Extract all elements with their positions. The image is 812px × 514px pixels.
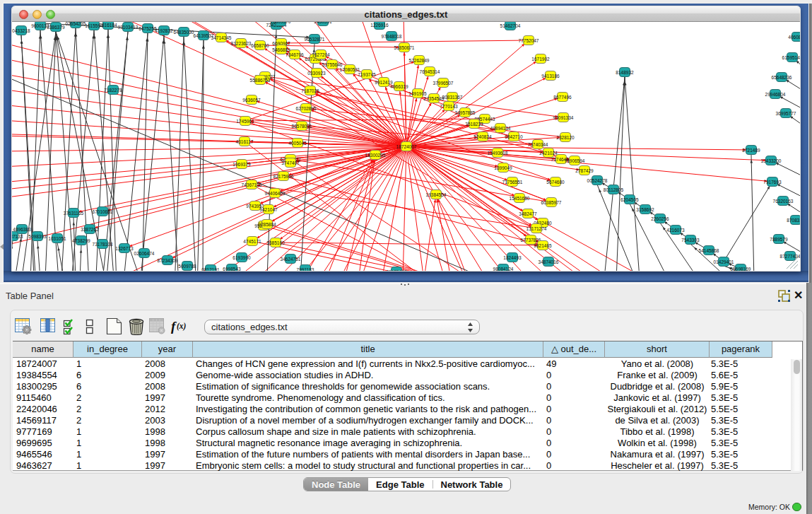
svg-text:34957885: 34957885 xyxy=(455,110,476,115)
svg-text:2328120: 2328120 xyxy=(556,135,575,140)
svg-text:55886753: 55886753 xyxy=(250,78,271,83)
svg-text:00524278: 00524278 xyxy=(587,178,608,183)
svg-text:34714345: 34714345 xyxy=(211,35,232,40)
svg-text:4896383: 4896383 xyxy=(13,227,31,232)
svg-text:9413186: 9413186 xyxy=(541,74,560,78)
svg-text:77752047: 77752047 xyxy=(519,38,539,43)
svg-text:80831367: 80831367 xyxy=(442,95,463,100)
svg-text:27354549: 27354549 xyxy=(424,96,445,101)
svg-text:7816184: 7816184 xyxy=(99,23,117,28)
svg-text:53755646: 53755646 xyxy=(322,62,343,67)
svg-text:3158692: 3158692 xyxy=(636,207,654,212)
svg-text:87234309: 87234309 xyxy=(158,258,178,263)
svg-text:7187026: 7187026 xyxy=(301,88,319,93)
svg-text:f: f xyxy=(171,319,177,334)
svg-text:0433218: 0433218 xyxy=(12,28,30,33)
svg-text:65787133: 65787133 xyxy=(12,234,23,239)
svg-text:76945314: 76945314 xyxy=(420,69,440,74)
svg-text:3685160: 3685160 xyxy=(266,240,285,245)
svg-text:4316117: 4316117 xyxy=(236,139,254,144)
svg-text:73178108: 73178108 xyxy=(93,242,113,247)
svg-text:1969379: 1969379 xyxy=(233,162,251,167)
svg-text:4216073: 4216073 xyxy=(666,228,685,233)
svg-text:8386379: 8386379 xyxy=(47,25,65,30)
svg-text:60385977: 60385977 xyxy=(541,200,562,205)
svg-text:1326773: 1326773 xyxy=(115,246,134,251)
svg-text:0330923: 0330923 xyxy=(307,71,326,76)
svg-text:15451680: 15451680 xyxy=(510,196,530,201)
svg-text:29946804: 29946804 xyxy=(765,92,786,97)
svg-text:61595148: 61595148 xyxy=(782,55,800,60)
svg-text:6658760: 6658760 xyxy=(251,43,269,48)
svg-text:7543303: 7543303 xyxy=(681,238,700,243)
svg-text:02654235: 02654235 xyxy=(66,22,86,26)
svg-text:9421047: 9421047 xyxy=(259,207,278,212)
svg-text:4738299: 4738299 xyxy=(72,238,90,243)
svg-text:5098393: 5098393 xyxy=(28,234,47,239)
svg-text:37996507: 37996507 xyxy=(433,81,454,86)
svg-text:7346706: 7346706 xyxy=(286,52,304,57)
svg-text:5240824: 5240824 xyxy=(473,134,492,139)
svg-text:1491905: 1491905 xyxy=(408,91,427,96)
svg-text:02606474: 02606474 xyxy=(134,251,155,256)
svg-text:82175946: 82175946 xyxy=(273,174,294,179)
svg-text:5009788: 5009788 xyxy=(178,264,196,269)
svg-text:18724007: 18724007 xyxy=(396,144,417,149)
svg-text:62702895: 62702895 xyxy=(296,106,317,111)
svg-text:57262849: 57262849 xyxy=(409,58,430,63)
svg-text:3285884: 3285884 xyxy=(258,222,276,227)
svg-text:96532871: 96532871 xyxy=(305,37,325,42)
svg-text:1824493: 1824493 xyxy=(503,255,522,260)
svg-text:1745961: 1745961 xyxy=(236,119,254,124)
svg-text:25135427: 25135427 xyxy=(387,269,407,271)
svg-text:34874016: 34874016 xyxy=(539,259,559,264)
svg-text:13171274: 13171274 xyxy=(526,226,547,231)
svg-text:6204505: 6204505 xyxy=(620,197,639,202)
svg-text:6475255: 6475255 xyxy=(139,26,157,31)
svg-text:71756551: 71756551 xyxy=(502,180,523,185)
svg-text:4966319: 4966319 xyxy=(390,84,408,89)
svg-text:3482477: 3482477 xyxy=(519,211,537,216)
svg-text:1627204: 1627204 xyxy=(312,52,330,57)
svg-text:9636057: 9636057 xyxy=(242,98,261,103)
svg-text:7770143: 7770143 xyxy=(440,104,458,109)
svg-text:17080531: 17080531 xyxy=(340,67,360,72)
svg-text:2421024: 2421024 xyxy=(539,151,558,156)
svg-text:65648236: 65648236 xyxy=(772,75,792,80)
svg-text:1226916: 1226916 xyxy=(370,23,389,28)
svg-text:4060883: 4060883 xyxy=(788,35,800,40)
svg-text:67010651: 67010651 xyxy=(93,209,113,214)
svg-text:54145868: 54145868 xyxy=(699,248,719,253)
svg-text:13433200: 13433200 xyxy=(761,158,782,163)
svg-text:99091334: 99091334 xyxy=(553,115,574,120)
svg-text:4005045: 4005045 xyxy=(288,141,307,146)
svg-text:97848018: 97848018 xyxy=(382,34,402,39)
svg-text:18300295: 18300295 xyxy=(365,153,386,158)
svg-text:1671902: 1671902 xyxy=(531,57,550,62)
svg-text:2787429: 2787429 xyxy=(575,168,594,173)
svg-text:3747407: 3747407 xyxy=(281,160,300,165)
svg-text:94406409: 94406409 xyxy=(265,191,286,196)
svg-text:8677496: 8677496 xyxy=(553,95,572,100)
svg-text:01429401: 01429401 xyxy=(714,259,734,264)
svg-text:8148932: 8148932 xyxy=(616,70,634,75)
svg-text:1399049: 1399049 xyxy=(494,165,512,170)
svg-text:71906594: 71906594 xyxy=(565,158,585,163)
svg-text:7917693: 7917693 xyxy=(763,180,782,185)
svg-text:80112805: 80112805 xyxy=(604,187,624,192)
svg-text:86578091: 86578091 xyxy=(292,124,312,129)
svg-text:7182278: 7182278 xyxy=(104,88,122,93)
svg-text:7193745: 7193745 xyxy=(358,72,376,77)
svg-text:55698169: 55698169 xyxy=(731,267,751,271)
svg-text:51462704: 51462704 xyxy=(500,23,521,28)
svg-text:19384554: 19384554 xyxy=(426,192,447,197)
svg-text:37631165: 37631165 xyxy=(64,211,84,216)
svg-text:8721489: 8721489 xyxy=(742,148,760,153)
svg-text:1031051: 1031051 xyxy=(48,236,66,241)
svg-text:0842710: 0842710 xyxy=(505,134,523,139)
svg-text:64835030: 64835030 xyxy=(174,30,194,35)
svg-text:76320163: 76320163 xyxy=(773,199,794,204)
svg-text:6998543: 6998543 xyxy=(223,267,241,271)
svg-text:74367136: 74367136 xyxy=(242,182,262,187)
svg-text:7991183: 7991183 xyxy=(297,267,314,271)
